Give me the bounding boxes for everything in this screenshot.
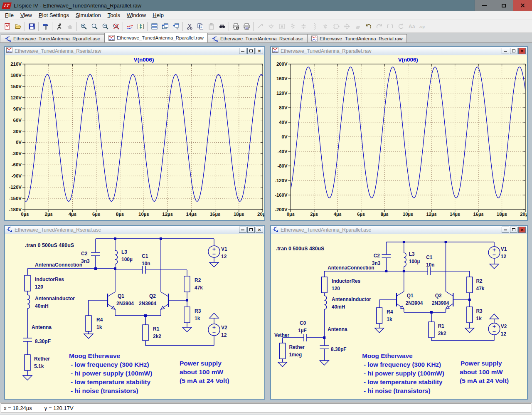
menu-file[interactable]: File (2, 11, 17, 19)
window-rserial-asc-titlebar[interactable]: Etherwave_TunedAntenna_Rserial.asc × (5, 226, 264, 234)
toolbar-run-button[interactable] (54, 21, 64, 32)
toolbar-zoom-full-button[interactable] (111, 21, 121, 32)
cut-icon (186, 23, 193, 30)
label-ind_res_val: 120 (35, 284, 43, 290)
toolbar-plot-settings-button[interactable] (124, 21, 135, 32)
label-ind_res_name: InductorRes (35, 277, 64, 282)
toolbar-undo-button[interactable] (363, 21, 374, 32)
label-q1_name: Q1 (407, 293, 414, 299)
label-net_antenna: Antenna (328, 326, 347, 332)
toolbar-redo-button (374, 21, 384, 32)
toolbar-cut-button[interactable] (184, 21, 195, 32)
label-c2_name: C2 (81, 251, 88, 257)
label-note_lines-3: - hi noise (transistors) (71, 387, 138, 394)
svg-text:80V: 80V (279, 105, 288, 110)
minimize-button[interactable] (502, 227, 509, 233)
toolbar-tile-horizontal-button[interactable] (149, 21, 160, 32)
toolbar-print-preview-button[interactable] (230, 21, 241, 32)
window-rparallel-asc-titlebar[interactable]: Etherwave_TunedAntenna_Rparallel.asc × (271, 226, 527, 234)
ground-icon (268, 23, 275, 30)
minimize-button[interactable] (502, 48, 509, 54)
app-titlebar[interactable]: LT LTspice IV - Etherwave_TunedAntenna_R… (0, 0, 532, 11)
toolbar-cascade-button[interactable] (170, 21, 181, 32)
label-r1_val: 2k2 (153, 333, 161, 339)
toolbar-zoom-out-button[interactable] (100, 21, 111, 32)
toolbar-find-button[interactable] (217, 21, 227, 32)
minimize-button[interactable] (239, 48, 246, 54)
toolbar-open-button[interactable] (12, 21, 23, 32)
toolbar-save-button[interactable] (26, 21, 37, 32)
toolbar-tile-vertical-button[interactable] (160, 21, 170, 32)
svg-text:-60V: -60V (12, 162, 22, 167)
toolbar-new-schematic-button[interactable] (2, 21, 12, 32)
toolbar-print-button[interactable] (241, 21, 252, 32)
label-rether_val: 1meg (289, 352, 302, 358)
waveform-plot-rparallel[interactable]: 200V160V120V80V40V0V-40V-80V-120V-160V-2… (271, 55, 527, 220)
zoom-back-icon (91, 23, 98, 30)
maximize-button[interactable] (510, 227, 517, 233)
svg-text:8µs: 8µs (381, 212, 389, 217)
minimize-button[interactable] (239, 227, 246, 233)
tab-etherwave_tunedantenna_rserial.raw[interactable]: Etherwave_TunedAntenna_Rserial.raw (307, 34, 407, 42)
menu-help[interactable]: Help (149, 11, 167, 19)
maximize-button[interactable] (510, 48, 517, 54)
toolbar-zoom-in-button[interactable] (78, 21, 89, 32)
window-rparallel-raw-titlebar[interactable]: Etherwave_TunedAntenna_Rparallel.raw × (271, 47, 527, 55)
waveform-plot-rserial[interactable]: 210V180V150V120V90V60V30V0V-30V-60V-90V-… (5, 55, 264, 220)
svg-text:60V: 60V (13, 118, 22, 123)
toolbar-control-panel-button[interactable] (40, 21, 51, 32)
label-ind_res_val: 120 (332, 286, 340, 291)
close-button[interactable]: × (513, 0, 532, 11)
toolbar-wire-button (255, 21, 266, 32)
close-button[interactable]: × (518, 48, 526, 54)
label-q2_type: 2N3904 (139, 301, 156, 306)
close-button[interactable]: × (518, 227, 526, 233)
label-v2_name: V2 (221, 325, 227, 331)
window-rparallel-raw: Etherwave_TunedAntenna_Rparallel.raw × 2… (270, 46, 528, 221)
menu-simulation[interactable]: Simulation (72, 11, 104, 19)
label-ant_ind_val: 40mH (35, 303, 49, 309)
halt-icon (66, 23, 74, 30)
toolbar-separator (147, 22, 148, 31)
svg-text:180V: 180V (10, 73, 22, 78)
tab-etherwave_tunedantenna_rserial.asc[interactable]: Etherwave_TunedAntenna_Rserial.asc (208, 34, 307, 42)
maximize-button[interactable] (494, 0, 513, 11)
schematic-canvas-rparallel[interactable]: .tran 0 500uS 480uSAntennaConnectionC23n… (271, 234, 527, 399)
spice-directive-icon: .op (419, 23, 426, 30)
label-c2_val: 3n3 (81, 258, 90, 264)
toolbar-autorange-button[interactable] (135, 21, 146, 32)
svg-text:90V: 90V (13, 106, 22, 111)
toolbar-capacitor-button (298, 21, 309, 32)
label-icon (278, 23, 286, 30)
label-rether_name: Rether (34, 356, 50, 362)
menu-tools[interactable]: Tools (104, 11, 123, 19)
undo-icon (365, 23, 372, 30)
svg-text:120V: 120V (10, 95, 22, 100)
label-net_antenna: Antenna (32, 324, 52, 330)
label-ant_cap_val: 8.30pF (35, 338, 51, 344)
schematic-canvas-rserial[interactable]: .tran 0 500uS 480uSAntennaConnectionC23n… (5, 234, 264, 399)
menu-plot-settings[interactable]: Plot Settings (35, 11, 72, 19)
close-button[interactable]: × (256, 48, 263, 54)
new-schematic-icon (4, 23, 11, 30)
svg-text:14µs: 14µs (450, 212, 460, 217)
toolbar-halt-button (64, 21, 75, 32)
window-rserial-raw-titlebar[interactable]: Etherwave_TunedAntenna_Rserial.raw × (5, 47, 264, 55)
tab-etherwave_tunedantenna_rparallel.asc[interactable]: Etherwave_TunedAntenna_Rparallel.asc (1, 34, 104, 42)
tab-etherwave_tunedantenna_rparallel.raw[interactable]: Etherwave_TunedAntenna_Rparallel.raw (104, 33, 208, 42)
toolbar-zoom-back-button[interactable] (89, 21, 100, 32)
svg-text:2µs: 2µs (44, 212, 52, 217)
minimize-button[interactable] (475, 0, 494, 11)
close-button[interactable]: × (256, 227, 263, 233)
maximize-button[interactable] (247, 227, 255, 233)
maximize-button[interactable] (247, 48, 255, 54)
menu-window[interactable]: Window (123, 11, 149, 19)
label-l3_val: 100µ (409, 259, 420, 264)
toolbar-inductor-button (309, 21, 320, 32)
close-icon: × (520, 2, 525, 9)
menu-view[interactable]: View (17, 11, 35, 19)
label-directive: .tran 0 500uS 480uS (25, 242, 74, 248)
toolbar-copy-button[interactable] (195, 21, 206, 32)
svg-text:-120V: -120V (275, 178, 288, 183)
toolbar-rotate-button (395, 21, 406, 32)
